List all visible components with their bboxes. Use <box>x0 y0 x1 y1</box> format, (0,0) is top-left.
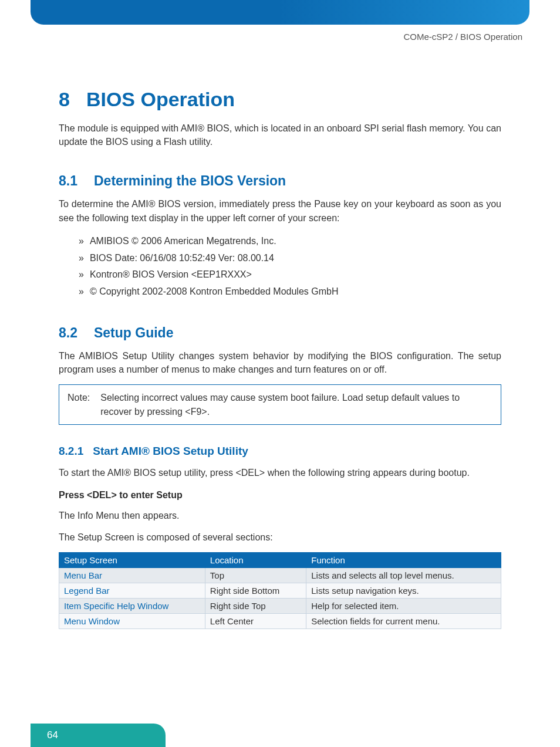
section-number: 8.2 <box>59 325 77 341</box>
header-bar <box>31 0 529 25</box>
table-cell: Right side Top <box>205 599 306 614</box>
section-title: Setup Guide <box>94 325 173 341</box>
subsection-p1: To start the AMI® BIOS setup utility, pr… <box>59 466 501 479</box>
chapter-intro: The module is equipped with AMI® BIOS, w… <box>59 121 501 148</box>
table-row: Menu Window Left Center Selection fields… <box>59 614 501 629</box>
section-8-1-intro: To determine the AMI® BIOS version, imme… <box>59 197 501 224</box>
table-cell: Lists and selects all top level menus. <box>306 568 501 583</box>
note-text: Selecting incorrect values may cause sys… <box>100 391 492 418</box>
table-cell: Lists setup navigation keys. <box>306 583 501 599</box>
subsection-p2: The Info Menu then appears. <box>59 509 501 522</box>
table-cell: Help for selected item. <box>306 599 501 614</box>
table-cell: Legend Bar <box>59 583 205 599</box>
section-number: 8.1 <box>59 173 77 189</box>
list-item: © Copyright 2002-2008 Kontron Embedded M… <box>79 283 501 300</box>
table-cell: Selection fields for current menu. <box>306 614 501 629</box>
list-item: AMIBIOS © 2006 American Megatrends, Inc. <box>79 233 501 250</box>
table-cell: Item Specific Help Window <box>59 599 205 614</box>
table-cell: Left Center <box>205 614 306 629</box>
note-box: Note: Selecting incorrect values may cau… <box>59 384 501 424</box>
chapter-heading: 8 BIOS Operation <box>59 88 501 111</box>
subsection-number: 8.2.1 <box>59 445 83 458</box>
list-item: BIOS Date: 06/16/08 10:52:49 Ver: 08.00.… <box>79 250 501 267</box>
table-row: Legend Bar Right side Bottom Lists setup… <box>59 583 501 599</box>
press-del-instruction: Press <DEL> to enter Setup <box>59 490 501 501</box>
table-cell: Menu Window <box>59 614 205 629</box>
table-cell: Top <box>205 568 306 583</box>
subsection-title: Start AMI® BIOS Setup Utility <box>93 445 248 458</box>
section-title: Determining the BIOS Version <box>94 173 286 189</box>
footer-bar: 64 <box>31 724 166 747</box>
table-header: Function <box>306 553 501 568</box>
table-row: Item Specific Help Window Right side Top… <box>59 599 501 614</box>
chapter-number: 8 <box>59 88 70 111</box>
page-number: 64 <box>47 729 58 741</box>
table-cell: Menu Bar <box>59 568 205 583</box>
section-8-2-heading: 8.2 Setup Guide <box>59 325 501 341</box>
list-item: Kontron® BIOS Version <EEP1RXXX> <box>79 266 501 283</box>
subsection-8-2-1-heading: 8.2.1 Start AMI® BIOS Setup Utility <box>59 445 501 458</box>
bios-version-list: AMIBIOS © 2006 American Megatrends, Inc.… <box>79 233 501 300</box>
page-content: 8 BIOS Operation The module is equipped … <box>59 88 501 629</box>
table-header: Location <box>205 553 306 568</box>
breadcrumb: COMe-cSP2 / BIOS Operation <box>403 32 522 42</box>
subsection-p3: The Setup Screen is composed of several … <box>59 530 501 544</box>
setup-screen-table: Setup Screen Location Function Menu Bar … <box>59 552 501 629</box>
table-header-row: Setup Screen Location Function <box>59 553 501 568</box>
note-label: Note: <box>68 391 90 418</box>
table-row: Menu Bar Top Lists and selects all top l… <box>59 568 501 583</box>
table-cell: Right side Bottom <box>205 583 306 599</box>
section-8-1-heading: 8.1 Determining the BIOS Version <box>59 173 501 189</box>
table-header: Setup Screen <box>59 553 205 568</box>
chapter-title: BIOS Operation <box>86 88 235 111</box>
section-8-2-intro: The AMIBIOS Setup Utility changes system… <box>59 349 501 376</box>
